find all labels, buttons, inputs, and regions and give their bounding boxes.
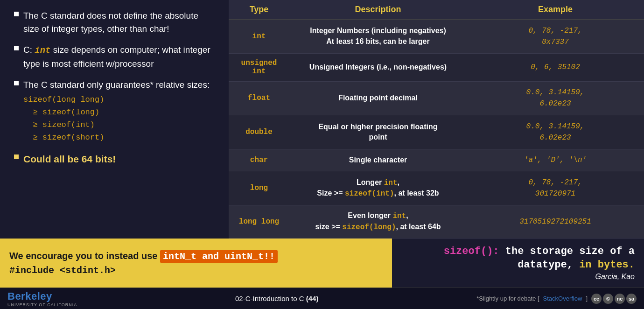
desc-unsigned-int: Unsigned Integers (i.e., non-negatives) (289, 53, 467, 81)
data-table: Type Description Example int Integer Num… (229, 0, 644, 239)
nc-icon: nc (615, 294, 625, 304)
table-row: unsignedint Unsigned Integers (i.e., non… (229, 53, 644, 81)
footer-logo: Berkeley UNIVERSITY OF CALIFORNIA (7, 290, 77, 307)
bottom-left-content: We encourage you to instead use intN_t a… (9, 249, 383, 277)
bullet-icon-3 (14, 81, 19, 85)
bullet-text-1: The C standard does not define the absol… (23, 9, 215, 35)
bottom-line2: #include <stdint.h> (9, 263, 383, 277)
bullet-text-3: The C standard only guarantees* relative… (23, 78, 210, 144)
bullet-item-2: C: int size depends on computer; what in… (14, 43, 215, 70)
bottom-banner: We encourage you to instead use intN_t a… (0, 239, 644, 288)
example-long-long: 3170519272109251 (467, 205, 644, 238)
example-float: 0.0, 3.14159,6.02e23 (467, 81, 644, 115)
bottom-right-panel: sizeof(): the storage size of a datatype… (392, 239, 644, 288)
bottom-left-panel: We encourage you to instead use intN_t a… (0, 239, 392, 288)
intn-highlight: intN_t and uintN_t!! (160, 250, 278, 263)
datatype-label: datatype, (518, 259, 573, 271)
col-header-type: Type (229, 0, 289, 20)
type-double: double (229, 115, 289, 149)
example-long: 0, 78, -217,301720971 (467, 171, 644, 205)
sa-icon: sa (626, 294, 637, 304)
type-int: int (229, 20, 289, 54)
logo-text: Berkeley (7, 290, 77, 302)
bullet-text-4: Could all be 64 bits! (23, 152, 116, 166)
table-row: long long Even longer int, size >= sizeo… (229, 205, 644, 238)
sizeof-long-inline: sizeof(long) (342, 223, 396, 232)
type-unsigned-int: unsignedint (229, 53, 289, 81)
sizeof-line: sizeof(): the storage size of a (444, 246, 635, 257)
example-int: 0, 78, -217,0x7337 (467, 20, 644, 54)
main-content: The C standard does not define the absol… (0, 0, 644, 239)
bytes-label: in bytes. (573, 259, 635, 271)
left-panel: The C standard does not define the absol… (0, 0, 229, 239)
bullet-icon-2 (14, 46, 19, 50)
desc-long-long: Even longer int, size >= sizeof(long), a… (289, 205, 467, 238)
right-panel: Type Description Example int Integer Num… (229, 0, 644, 239)
logo-sub: UNIVERSITY OF CALIFORNIA (7, 302, 77, 307)
int-code-highlight: int (35, 45, 50, 56)
desc-float: Floating point decimal (289, 81, 467, 115)
col-header-desc: Description (289, 0, 467, 20)
sizeof-of: of a (604, 246, 635, 257)
example-char: 'a', 'D', '\n' (467, 149, 644, 171)
desc-int: Integer Numbers (including negatives)At … (289, 20, 467, 54)
type-char: char (229, 149, 289, 171)
table-row: float Floating point decimal 0.0, 3.1415… (229, 81, 644, 115)
footer-course: 02-C-Introduction to C (235, 295, 304, 302)
author-label: Garcia, Kao (595, 273, 635, 281)
example-double: 0.0, 3.14159,6.02e23 (467, 115, 644, 149)
col-header-example: Example (467, 0, 644, 20)
logo-content: Berkeley UNIVERSITY OF CALIFORNIA (7, 290, 77, 307)
bullet-item-4: Could all be 64 bits! (14, 152, 215, 166)
type-long-long: long long (229, 205, 289, 238)
footer: Berkeley UNIVERSITY OF CALIFORNIA 02-C-I… (0, 288, 644, 309)
desc-long: Longer int, Size >= sizeof(int), at leas… (289, 171, 467, 205)
bullet-text-2: C: int size depends on computer; what in… (23, 43, 215, 70)
bullet-item-1: The C standard does not define the absol… (14, 9, 215, 35)
desc-char: Single character (289, 149, 467, 171)
sizeof-int-inline: sizeof(int) (345, 190, 394, 198)
table-header-row: Type Description Example (229, 0, 644, 20)
type-float: float (229, 81, 289, 115)
footer-right: *Slightly up for debate [StackOverflow] … (476, 294, 637, 304)
desc-double: Equal or higher precision floatingpoint (289, 115, 467, 149)
type-long: long (229, 171, 289, 205)
bullet-item-3: The C standard only guarantees* relative… (14, 78, 215, 144)
by-icon: © (603, 294, 613, 304)
sizeof-code: sizeof(): (444, 246, 499, 257)
code-block-sizes: sizeof(long long) ≥ sizeof(long) ≥ sizeo… (23, 93, 210, 144)
sizeof-line2: datatype, in bytes. (518, 259, 635, 271)
stackoverflow-link[interactable]: StackOverflow (543, 295, 582, 302)
bottom-prefix: We encourage you to instead use (9, 251, 160, 261)
table-row: long Longer int, Size >= sizeof(int), at… (229, 171, 644, 205)
sizeof-text-label: the storage size (499, 246, 604, 257)
int-inline-2: int (392, 212, 406, 220)
footer-disclaimer: *Slightly up for debate [ (476, 295, 539, 302)
cc-icon: cc (591, 294, 602, 304)
bullet-icon-4 (14, 154, 19, 159)
int-inline: int (384, 179, 398, 187)
table-row: char Single character 'a', 'D', '\n' (229, 149, 644, 171)
table-row: double Equal or higher precision floatin… (229, 115, 644, 149)
cc-icons: cc © nc sa (591, 294, 637, 304)
bottom-line1: We encourage you to instead use intN_t a… (9, 249, 383, 263)
table-row: int Integer Numbers (including negatives… (229, 20, 644, 54)
footer-page: (44) (306, 295, 319, 302)
bullet-icon-1 (14, 12, 19, 16)
include-code: #include <stdint.h> (9, 265, 116, 276)
footer-center: 02-C-Introduction to C (44) (77, 295, 476, 302)
example-unsigned-int: 0, 6, 35102 (467, 53, 644, 81)
footer-bracket: ] (586, 295, 588, 302)
